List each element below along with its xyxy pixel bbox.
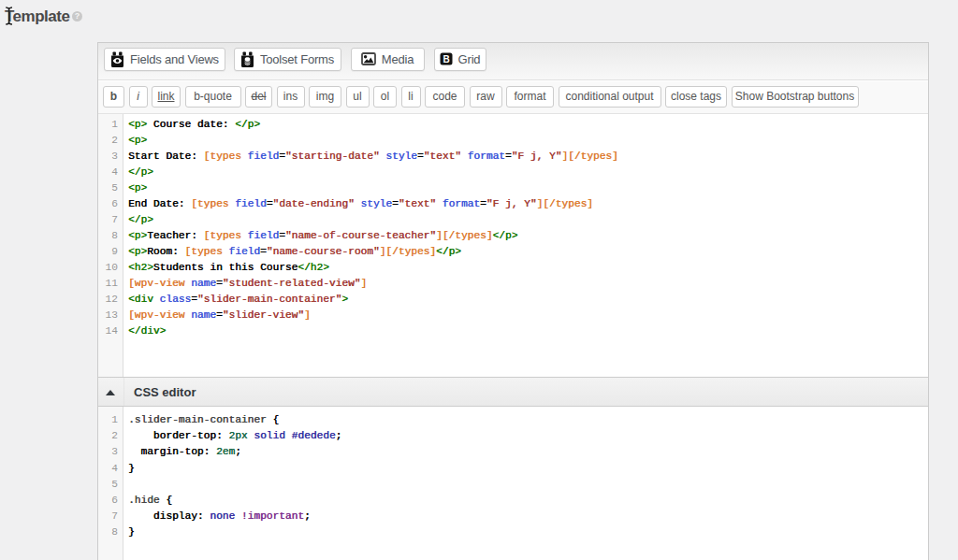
svg-text:B: B	[443, 54, 449, 65]
